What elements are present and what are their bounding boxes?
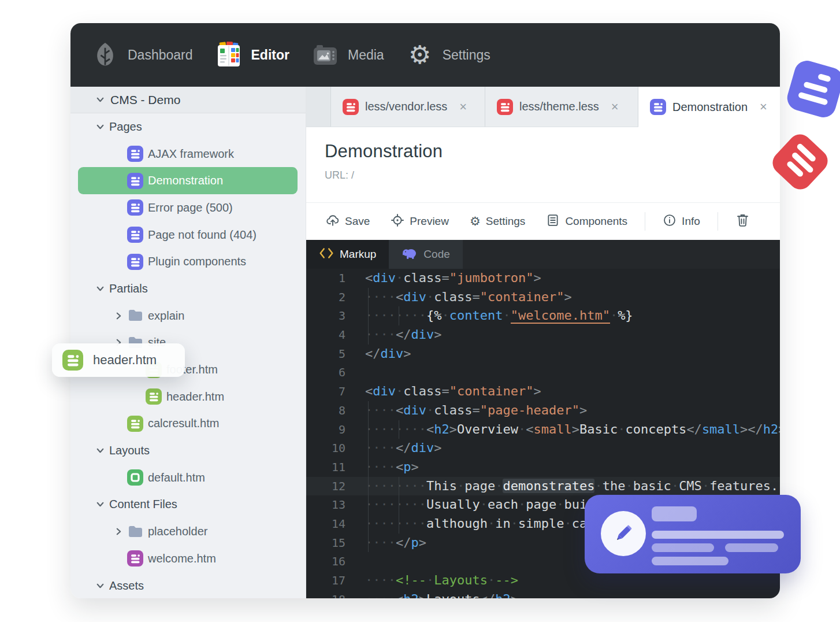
close-icon[interactable]: × bbox=[760, 101, 767, 113]
drag-card-header-htm[interactable]: header.htm bbox=[52, 343, 185, 377]
less-file-icon bbox=[497, 99, 513, 115]
indent-guide bbox=[368, 534, 369, 553]
editor-tab-code[interactable]: Code bbox=[389, 240, 462, 269]
info-icon bbox=[663, 213, 677, 230]
components-button[interactable]: Components bbox=[546, 213, 627, 230]
code-line[interactable]: 6 bbox=[306, 363, 780, 382]
tab-label: Demonstration bbox=[672, 101, 748, 114]
tree-item-error-page-500[interactable]: Error page (500) bbox=[70, 194, 306, 221]
layout-icon bbox=[127, 469, 143, 486]
tree-item-label: welcome.htm bbox=[148, 552, 216, 565]
gear-icon: ⚙ bbox=[406, 41, 434, 69]
editor-section-tabs: MarkupCode bbox=[306, 240, 780, 269]
document-toolbar: SavePreview⚙SettingsComponentsInfo bbox=[306, 202, 780, 240]
line-number: 13 bbox=[306, 495, 345, 514]
tab-demonstration[interactable]: Demonstration× bbox=[638, 87, 780, 127]
indent-guide bbox=[399, 495, 399, 514]
tree-section-layouts[interactable]: Layouts bbox=[70, 437, 306, 464]
tree-item-label: Plugin components bbox=[148, 255, 246, 268]
page-url: URL: / bbox=[325, 169, 780, 182]
page-icon bbox=[127, 199, 143, 216]
code-line[interactable]: 2····<div·class="container"> bbox=[306, 288, 780, 307]
tab-less-theme-less[interactable]: less/theme.less× bbox=[485, 87, 638, 127]
tree-section-partials[interactable]: Partials bbox=[70, 275, 306, 302]
tree-item-plugin-components[interactable]: Plugin components bbox=[70, 248, 306, 275]
chevron-down-icon bbox=[96, 446, 105, 455]
code-line[interactable]: 7<div·class="container"> bbox=[306, 382, 780, 401]
less-file-icon bbox=[343, 99, 359, 115]
code-line[interactable]: 18····<h2>Layouts</h2> bbox=[306, 590, 780, 598]
indent-guide bbox=[368, 306, 369, 325]
tree-item-label: explain bbox=[148, 309, 184, 323]
code-line[interactable]: 5</div> bbox=[306, 345, 780, 364]
code-line[interactable]: 11····<p> bbox=[306, 458, 780, 477]
preview-button[interactable]: Preview bbox=[391, 213, 449, 230]
partial-icon bbox=[146, 388, 162, 405]
nav-item-label: Media bbox=[348, 47, 384, 63]
code-line[interactable]: 17····<!--·Layouts·--> bbox=[306, 571, 780, 590]
close-icon[interactable]: × bbox=[459, 101, 467, 113]
close-icon[interactable]: × bbox=[611, 101, 619, 113]
tab-less-vendor-less[interactable]: less/vendor.less× bbox=[330, 87, 485, 127]
nav-item-settings[interactable]: ⚙Settings bbox=[406, 41, 490, 69]
save-button[interactable]: Save bbox=[326, 213, 370, 230]
tree-item-label: Pages bbox=[109, 120, 142, 134]
code-line[interactable]: 9········<h2>Overview·<small>Basic·conce… bbox=[306, 420, 780, 439]
tab-label: less/theme.less bbox=[519, 100, 599, 113]
settings-button[interactable]: ⚙Settings bbox=[470, 214, 525, 228]
chevron-right-icon bbox=[114, 312, 123, 320]
folder-icon bbox=[128, 525, 143, 539]
code-line[interactable]: 12········This·page·demonstrates·the·bas… bbox=[306, 477, 780, 496]
tree-item-welcome-htm[interactable]: welcome.htm bbox=[70, 545, 306, 572]
tree-item-label: Page not found (404) bbox=[148, 228, 257, 242]
editor-icon bbox=[215, 41, 243, 69]
tree-section-content-files[interactable]: Content Files bbox=[70, 491, 306, 519]
tree-item-header-htm[interactable]: header.htm bbox=[70, 383, 306, 410]
code-line[interactable]: 10····</div> bbox=[306, 439, 780, 458]
delete-button[interactable] bbox=[735, 213, 750, 230]
tree-item-label: Assets bbox=[109, 579, 144, 593]
tree-item-demonstration[interactable]: Demonstration bbox=[78, 167, 298, 194]
leaf-icon bbox=[91, 41, 119, 69]
indent-guide bbox=[399, 477, 399, 496]
nav-item-editor[interactable]: Editor bbox=[215, 41, 289, 69]
nav-item-label: Settings bbox=[443, 47, 490, 63]
tree-item-label: calcresult.htm bbox=[148, 417, 219, 430]
chevron-down-icon bbox=[96, 123, 105, 131]
indent-guide bbox=[399, 306, 399, 325]
tree-item-page-not-found-404[interactable]: Page not found (404) bbox=[70, 221, 306, 249]
tree-item-label: Layouts bbox=[109, 444, 150, 457]
deco-purple-note-icon bbox=[785, 58, 840, 120]
tree-item-label: Error page (500) bbox=[148, 201, 233, 214]
editor-tab-markup[interactable]: Markup bbox=[306, 240, 389, 269]
code-line[interactable]: 3········{%·content·"welcome.htm"·%} bbox=[306, 306, 780, 325]
line-number: 15 bbox=[306, 534, 345, 553]
code-line[interactable]: 4····</div> bbox=[306, 325, 780, 345]
info-button[interactable]: Info bbox=[663, 213, 700, 230]
toolbar-divider bbox=[718, 212, 718, 231]
tree-section-assets[interactable]: Assets bbox=[70, 572, 306, 598]
tree-item-placeholder[interactable]: placeholder bbox=[70, 518, 306, 545]
tree-item-calcresult-htm[interactable]: calcresult.htm bbox=[70, 410, 306, 438]
project-root-label: CMS - Demo bbox=[110, 93, 180, 107]
project-root[interactable]: CMS - Demo bbox=[70, 87, 306, 113]
indent-guide bbox=[399, 420, 399, 439]
code-line[interactable]: 8····<div·class="page-header"> bbox=[306, 401, 780, 420]
nav-item-media[interactable]: Media bbox=[311, 41, 384, 69]
code-line[interactable]: 1<div·class="jumbotron"> bbox=[306, 269, 780, 288]
tree-item-explain[interactable]: explain bbox=[70, 302, 306, 329]
nav-item-dashboard[interactable]: Dashboard bbox=[91, 41, 193, 69]
chevron-down-icon bbox=[96, 500, 105, 509]
components-icon bbox=[546, 213, 560, 230]
preview-target-icon bbox=[391, 213, 404, 230]
indent-guide bbox=[368, 401, 369, 420]
indent-guide bbox=[399, 514, 399, 534]
tree-item-ajax-framework[interactable]: AJAX framework bbox=[70, 140, 306, 168]
line-number: 18 bbox=[306, 590, 345, 598]
chevron-down-icon bbox=[96, 582, 105, 590]
tree-item-label: AJAX framework bbox=[148, 147, 234, 161]
trash-icon bbox=[735, 213, 750, 230]
tree-section-pages[interactable]: Pages bbox=[70, 113, 306, 140]
tree-item-default-htm[interactable]: default.htm bbox=[70, 464, 306, 491]
tree-item-label: default.htm bbox=[148, 471, 205, 484]
